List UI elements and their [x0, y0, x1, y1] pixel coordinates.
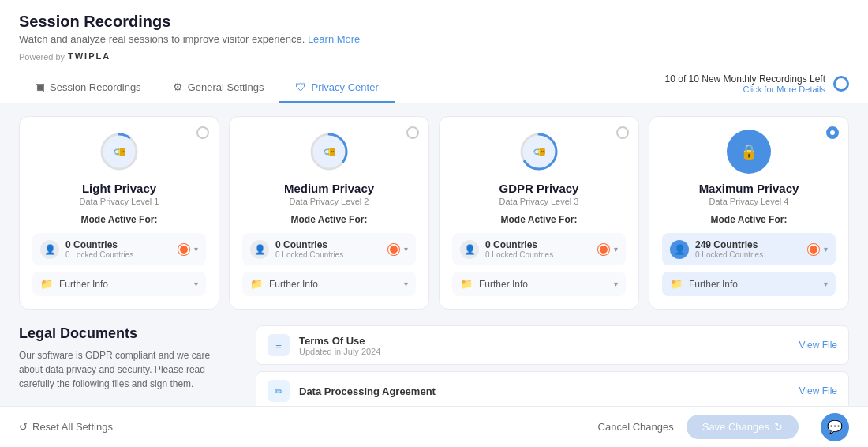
legal-docs-left: Legal Documents Our software is GDPR com…	[19, 325, 240, 411]
person-icon-gdpr: 👤	[460, 240, 479, 259]
further-info-medium[interactable]: 📁 Further Info ▾	[242, 272, 416, 296]
chat-button[interactable]: 💬	[821, 413, 849, 441]
card-mode-medium: Mode Active For:	[242, 214, 416, 225]
further-info-light[interactable]: 📁 Further Info ▾	[32, 272, 206, 296]
save-spinner-icon: ↻	[774, 421, 783, 433]
status-dot-light	[178, 244, 189, 255]
lock-icon-maximum: 🔒	[740, 143, 758, 160]
card-gdpr-privacy[interactable]: 🔒 GDPR Privacy Data Privacy Level 3 Mode…	[439, 116, 639, 310]
card-title-light: Light Privacy	[32, 182, 206, 195]
card-light-privacy[interactable]: 🔒 Light Privacy Data Privacy Level 1 Mod…	[19, 116, 219, 310]
legal-desc: Our software is GDPR compliant and we ca…	[19, 348, 232, 391]
tab-session-recordings[interactable]: ▣ Session Recordings	[19, 73, 157, 103]
doc-name-dpa: Data Processing Agreement	[299, 385, 790, 397]
card-subtitle-light: Data Privacy Level 1	[32, 197, 206, 206]
card-subtitle-maximum: Data Privacy Level 4	[662, 197, 836, 206]
folder-icon-maximum: 📁	[670, 278, 683, 290]
chevron-icon-gdpr[interactable]: ▾	[614, 245, 618, 254]
card-subtitle-gdpr: Data Privacy Level 3	[452, 197, 626, 206]
folder-icon-gdpr: 📁	[460, 278, 473, 290]
card-radio-gdpr[interactable]	[616, 126, 629, 139]
monitor-icon: ▣	[35, 81, 45, 93]
status-dot-gdpr	[598, 244, 609, 255]
shield-icon: 🛡	[295, 81, 306, 93]
footer-bar: ↺ Reset All Settings Cancel Changes Save…	[0, 406, 868, 447]
countries-count-gdpr: 0 Countries	[485, 239, 592, 250]
folder-icon-light: 📁	[40, 278, 53, 290]
page-title: Session Recordings	[19, 13, 849, 31]
tab-privacy-center[interactable]: 🛡 Privacy Center	[279, 73, 394, 103]
countries-count-medium: 0 Countries	[275, 239, 382, 250]
further-text-medium: Further Info	[269, 279, 398, 290]
powered-by: Powered by TWIPLA	[19, 50, 849, 63]
doc-icon-terms: ≡	[268, 334, 290, 356]
chevron-further-maximum[interactable]: ▾	[824, 280, 828, 288]
recordings-circle	[833, 76, 849, 92]
further-text-maximum: Further Info	[689, 279, 817, 290]
doc-name-terms: Terms Of Use	[299, 335, 790, 347]
cancel-button[interactable]: Cancel Changes	[598, 421, 674, 433]
header: Session Recordings Watch and analyze rea…	[0, 0, 868, 103]
chevron-icon-medium[interactable]: ▾	[404, 245, 408, 254]
view-file-dpa[interactable]: View File	[799, 385, 837, 396]
folder-icon-medium: 📁	[250, 278, 263, 290]
card-maximum-privacy[interactable]: 🔒 Maximum Privacy Data Privacy Level 4 M…	[649, 116, 849, 310]
recordings-link[interactable]: Click for More Details	[665, 85, 825, 94]
doc-icon-dpa: ✏	[268, 380, 290, 402]
tab-general-settings[interactable]: ⚙ General Settings	[157, 73, 280, 103]
status-dot-medium	[388, 244, 399, 255]
status-dot-maximum	[808, 244, 819, 255]
further-text-light: Further Info	[59, 279, 188, 290]
card-radio-light[interactable]	[196, 126, 209, 139]
main-content: 🔒 Light Privacy Data Privacy Level 1 Mod…	[0, 103, 868, 423]
further-info-maximum[interactable]: 📁 Further Info ▾	[662, 272, 836, 296]
save-button[interactable]: Save Changes ↻	[687, 415, 799, 439]
locked-count-maximum: 0 Locked Countries	[695, 250, 802, 259]
legal-docs-right: ≡ Terms Of Use Updated in July 2024 View…	[256, 325, 849, 411]
card-title-gdpr: GDPR Privacy	[452, 182, 626, 195]
countries-row-light[interactable]: 👤 0 Countries 0 Locked Countries ▾	[32, 233, 206, 265]
svg-text:TWIPLA: TWIPLA	[68, 51, 110, 61]
chevron-icon-light[interactable]: ▾	[194, 245, 198, 254]
card-mode-gdpr: Mode Active For:	[452, 214, 626, 225]
countries-row-maximum[interactable]: 👤 249 Countries 0 Locked Countries ▾	[662, 233, 836, 265]
card-mode-maximum: Mode Active For:	[662, 214, 836, 225]
svg-text:🔒: 🔒	[113, 145, 126, 159]
locked-count-medium: 0 Locked Countries	[275, 250, 382, 259]
card-title-maximum: Maximum Privacy	[662, 182, 836, 195]
card-title-medium: Medium Privacy	[242, 182, 416, 195]
chevron-further-gdpr[interactable]: ▾	[614, 280, 618, 288]
reset-button[interactable]: ↺ Reset All Settings	[19, 421, 113, 433]
card-mode-light: Mode Active For:	[32, 214, 206, 225]
countries-row-gdpr[interactable]: 👤 0 Countries 0 Locked Countries ▾	[452, 233, 626, 265]
legal-title: Legal Documents	[19, 325, 232, 342]
card-icon-gdpr: 🔒	[452, 130, 626, 174]
svg-text:🔒: 🔒	[323, 145, 336, 159]
learn-more-link[interactable]: Learn More	[308, 33, 360, 45]
chevron-further-light[interactable]: ▾	[194, 280, 198, 288]
svg-text:🔒: 🔒	[533, 145, 546, 159]
person-icon-maximum: 👤	[670, 240, 689, 259]
privacy-cards: 🔒 Light Privacy Data Privacy Level 1 Mod…	[19, 116, 849, 310]
card-subtitle-medium: Data Privacy Level 2	[242, 197, 416, 206]
page-subtitle: Watch and analyze real sessions to impro…	[19, 33, 849, 45]
chevron-icon-maximum[interactable]: ▾	[824, 245, 828, 254]
doc-row-dpa: ✏ Data Processing Agreement View File	[256, 371, 849, 411]
countries-row-medium[interactable]: 👤 0 Countries 0 Locked Countries ▾	[242, 233, 416, 265]
recordings-count: 10 of 10 New Monthly Recordings Left	[665, 73, 825, 85]
chat-icon: 💬	[827, 419, 843, 434]
card-medium-privacy[interactable]: 🔒 Medium Privacy Data Privacy Level 2 Mo…	[229, 116, 429, 310]
twipla-logo: TWIPLA	[68, 50, 115, 63]
card-radio-medium[interactable]	[406, 126, 419, 139]
view-file-terms[interactable]: View File	[799, 340, 837, 351]
card-radio-maximum[interactable]	[826, 126, 839, 139]
chevron-further-medium[interactable]: ▾	[404, 280, 408, 288]
further-text-gdpr: Further Info	[479, 279, 608, 290]
countries-count-light: 0 Countries	[65, 239, 172, 250]
further-info-gdpr[interactable]: 📁 Further Info ▾	[452, 272, 626, 296]
card-icon-maximum: 🔒	[662, 130, 836, 174]
locked-count-gdpr: 0 Locked Countries	[485, 250, 592, 259]
doc-date-terms: Updated in July 2024	[299, 347, 790, 356]
nav-tabs: ▣ Session Recordings ⚙ General Settings …	[19, 73, 849, 103]
doc-row-terms: ≡ Terms Of Use Updated in July 2024 View…	[256, 325, 849, 365]
